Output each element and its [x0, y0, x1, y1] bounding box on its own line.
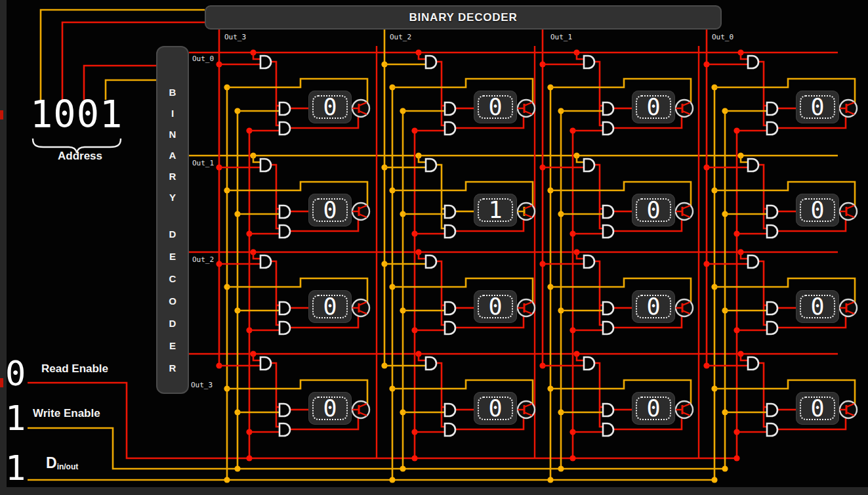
and-gate[interactable]: [279, 302, 290, 314]
and-gate[interactable]: [584, 255, 594, 268]
and-gate[interactable]: [279, 122, 290, 135]
and-gate[interactable]: [584, 357, 594, 370]
and-gate[interactable]: [426, 159, 436, 171]
memory-cell-display-r3c1: 0: [474, 392, 517, 425]
tristate-transistor[interactable]: [518, 100, 535, 117]
and-gate[interactable]: [767, 205, 777, 218]
display-frame: 0: [478, 295, 513, 318]
and-gate[interactable]: [279, 102, 290, 115]
and-gate[interactable]: [767, 102, 777, 115]
col-label-out1: Out_1: [550, 33, 572, 41]
tristate-transistor[interactable]: [518, 401, 535, 418]
left-decoder-letter: R: [156, 171, 189, 182]
display-frame: 0: [312, 397, 348, 420]
tristate-transistor[interactable]: [676, 203, 693, 220]
memory-cell-display-r1c3: 0: [796, 194, 839, 226]
stored-bit-value: 0: [810, 397, 824, 420]
tristate-transistor[interactable]: [518, 203, 535, 220]
and-gate[interactable]: [603, 225, 613, 238]
tristate-transistor[interactable]: [352, 203, 369, 220]
and-gate[interactable]: [445, 225, 455, 238]
and-gate[interactable]: [748, 357, 758, 370]
display-frame: 1: [478, 198, 513, 222]
and-gate[interactable]: [603, 122, 613, 135]
row-label-out3: Out_3: [191, 381, 213, 389]
and-gate[interactable]: [748, 255, 758, 268]
data-inout-input[interactable]: 1: [5, 451, 26, 485]
row-label-out0: Out_0: [192, 54, 214, 63]
tristate-transistor[interactable]: [352, 299, 369, 316]
and-gate[interactable]: [603, 404, 613, 416]
and-gate[interactable]: [279, 225, 290, 238]
and-gate[interactable]: [767, 404, 777, 416]
tristate-transistor[interactable]: [676, 100, 693, 117]
stored-bit-value: 0: [810, 295, 824, 318]
display-frame: 0: [636, 397, 671, 420]
address-input-value[interactable]: 1001: [30, 96, 123, 133]
stored-bit-value: 0: [323, 295, 337, 318]
left-decoder-letter: B: [156, 87, 189, 98]
stored-bit-value: 0: [646, 96, 660, 119]
stored-bit-value: 0: [488, 96, 502, 119]
left-decoder-letter: R: [156, 362, 189, 374]
row-label-out2: Out_2: [192, 255, 214, 264]
and-gate[interactable]: [603, 322, 613, 334]
and-gate[interactable]: [260, 255, 271, 268]
and-gate[interactable]: [748, 56, 758, 68]
and-gate[interactable]: [260, 159, 271, 171]
tristate-transistor[interactable]: [352, 100, 369, 117]
tristate-transistor[interactable]: [840, 100, 857, 117]
memory-cell-display-r3c0: 0: [308, 392, 352, 425]
and-gate[interactable]: [260, 357, 271, 370]
and-gate[interactable]: [767, 302, 777, 314]
and-gate[interactable]: [279, 423, 290, 436]
tristate-transistor[interactable]: [352, 401, 369, 418]
and-gate[interactable]: [279, 322, 290, 334]
tristate-transistor[interactable]: [676, 299, 693, 316]
tristate-transistor[interactable]: [518, 299, 535, 316]
stored-bit-value: 0: [810, 96, 824, 119]
and-gate[interactable]: [445, 122, 455, 135]
and-gate[interactable]: [603, 302, 613, 314]
tristate-transistor[interactable]: [840, 203, 857, 220]
and-gate[interactable]: [584, 159, 594, 171]
and-gate[interactable]: [767, 122, 777, 135]
and-gate[interactable]: [445, 404, 455, 416]
tristate-transistor[interactable]: [676, 401, 693, 418]
display-frame: 0: [312, 95, 348, 119]
and-gate[interactable]: [748, 159, 758, 171]
and-gate[interactable]: [603, 205, 613, 218]
and-gate[interactable]: [603, 423, 613, 436]
row-label-out1: Out_1: [192, 159, 214, 167]
display-frame: 0: [478, 397, 513, 420]
and-gate[interactable]: [584, 56, 594, 68]
read-enable-label: Read Enable: [41, 362, 108, 376]
write-enable-input[interactable]: 1: [5, 401, 26, 435]
memory-cell-display-r3c3: 0: [796, 392, 839, 425]
display-frame: 0: [312, 198, 348, 222]
memory-cell-display-r1c2: 0: [632, 194, 675, 226]
and-gate[interactable]: [279, 205, 290, 218]
and-gate[interactable]: [426, 357, 436, 370]
and-gate[interactable]: [426, 56, 436, 68]
and-gate[interactable]: [767, 225, 777, 238]
top-binary-decoder-chip[interactable]: BINARY DECODER: [205, 5, 722, 30]
read-enable-input[interactable]: 0: [5, 356, 26, 391]
tristate-transistor[interactable]: [840, 401, 857, 418]
and-gate[interactable]: [260, 56, 271, 68]
data-inout-label: Din/out: [46, 454, 78, 472]
and-gate[interactable]: [279, 404, 290, 416]
and-gate[interactable]: [767, 423, 777, 436]
and-gate[interactable]: [767, 322, 777, 334]
and-gate[interactable]: [445, 322, 455, 334]
and-gate[interactable]: [426, 255, 436, 268]
and-gate[interactable]: [603, 102, 613, 115]
and-gate[interactable]: [445, 302, 455, 314]
and-gate[interactable]: [445, 205, 455, 218]
tristate-transistor[interactable]: [840, 299, 857, 316]
and-gate[interactable]: [445, 102, 455, 115]
left-decoder-letter: N: [156, 129, 189, 140]
stored-bit-value: 0: [323, 96, 337, 119]
and-gate[interactable]: [445, 423, 455, 436]
left-binary-decoder-chip[interactable]: BINARYDECODER: [156, 46, 189, 394]
